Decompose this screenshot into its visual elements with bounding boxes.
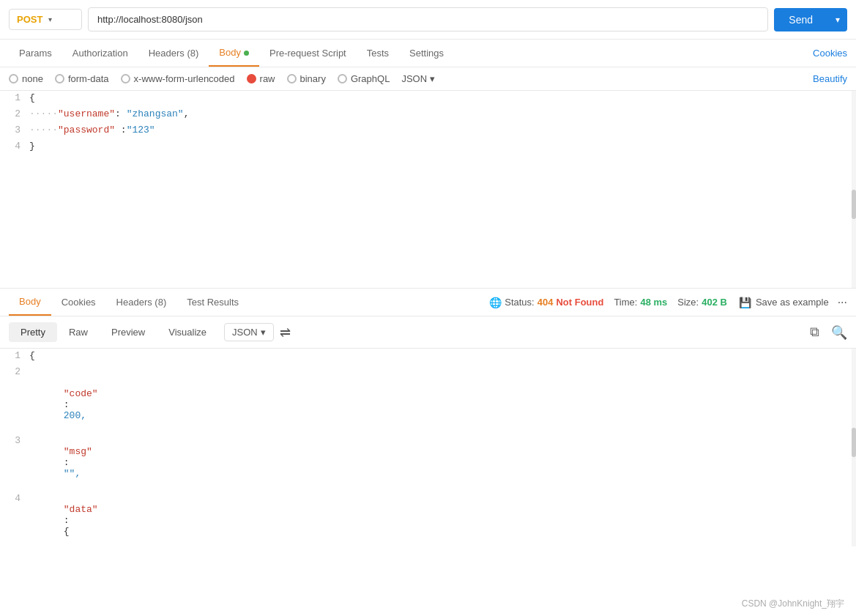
- tab-tests[interactable]: Tests: [357, 40, 399, 66]
- url-input[interactable]: [88, 7, 768, 31]
- tab-pre-request[interactable]: Pre-request Script: [259, 40, 357, 66]
- search-icon[interactable]: 🔍: [831, 324, 847, 341]
- key: "username": [58, 108, 115, 119]
- line-number: 1: [0, 349, 29, 361]
- status-text: Not Found: [556, 297, 603, 308]
- resp-tab-test-results[interactable]: Test Results: [176, 289, 249, 315]
- globe-icon: 🌐: [489, 297, 502, 308]
- response-status-bar: 🌐 Status: 404 Not Found Time: 48 ms Size…: [489, 296, 847, 309]
- status-label: Status:: [505, 297, 534, 308]
- view-tab-preview[interactable]: Preview: [100, 322, 157, 342]
- radio-none-label: none: [22, 73, 43, 84]
- tab-authorization[interactable]: Authorization: [62, 40, 138, 66]
- tab-body[interactable]: Body: [209, 40, 259, 67]
- radio-binary[interactable]: binary: [287, 73, 326, 84]
- body-type-bar: none form-data x-www-form-urlencoded raw…: [0, 67, 856, 91]
- save-icon: 💾: [739, 297, 751, 308]
- resp-tab-cookies[interactable]: Cookies: [51, 289, 106, 315]
- value: "zhangsan": [127, 108, 184, 119]
- line-content-4: }: [29, 139, 856, 153]
- key: "password": [58, 125, 115, 136]
- colon: :: [115, 108, 127, 119]
- size-value: 402 B: [701, 297, 727, 308]
- resp-tab-body[interactable]: Body: [9, 289, 51, 316]
- resp-brace: {: [64, 526, 70, 537]
- json-format-label: JSON: [401, 73, 427, 84]
- copy-icon[interactable]: ⧉: [810, 324, 819, 340]
- chevron-down-icon[interactable]: ▾: [828, 15, 847, 25]
- footer-text: CSDN @JohnKnight_翔宇: [742, 598, 844, 609]
- status-code: 404: [537, 297, 554, 308]
- line-content-2: ·····"username": "zhangsan",: [29, 107, 856, 121]
- line-content: "msg" : "",: [29, 434, 856, 491]
- resp-line-1: 1 {: [0, 349, 856, 365]
- code-line-4: 4 }: [0, 139, 856, 155]
- tab-params[interactable]: Params: [9, 40, 62, 66]
- response-view-bar: Pretty Raw Preview Visualize JSON ▾ ⇌ ⧉ …: [0, 316, 856, 349]
- resp-json-label: JSON: [232, 327, 258, 338]
- radio-circle-binary: [287, 74, 297, 84]
- radio-form-data[interactable]: form-data: [55, 73, 109, 84]
- view-tab-pretty[interactable]: Pretty: [9, 322, 57, 342]
- radio-graphql-label: GraphQL: [351, 73, 390, 84]
- json-format-select[interactable]: JSON ▾: [401, 73, 435, 84]
- resp-key: "msg": [64, 446, 92, 457]
- resp-key: "data": [64, 504, 98, 515]
- radio-circle-graphql: [338, 74, 347, 84]
- wrap-icon[interactable]: ⇌: [280, 324, 291, 341]
- radio-graphql[interactable]: GraphQL: [338, 73, 390, 84]
- request-tab-bar: Params Authorization Headers (8) Body Pr…: [0, 40, 856, 67]
- method-dropdown[interactable]: POST ▾: [9, 9, 82, 30]
- line-number: 4: [0, 491, 29, 504]
- method-label: POST: [17, 14, 42, 25]
- radio-circle-none: [9, 74, 18, 84]
- colon: :: [115, 125, 127, 136]
- footer: CSDN @JohnKnight_翔宇: [730, 592, 856, 616]
- save-example-label: Save as example: [756, 297, 829, 308]
- resp-value: 200,: [64, 410, 86, 421]
- tab-headers[interactable]: Headers (8): [138, 40, 209, 66]
- resp-tab-headers[interactable]: Headers (8): [106, 289, 177, 315]
- resp-line-3: 3 "msg" : "",: [0, 434, 856, 491]
- value: "123": [127, 125, 155, 136]
- radio-raw[interactable]: raw: [247, 73, 275, 84]
- editor-scrollbar[interactable]: [852, 91, 856, 288]
- send-button[interactable]: Send ▾: [774, 8, 847, 31]
- radio-none[interactable]: none: [9, 73, 43, 84]
- resp-scrollbar[interactable]: [852, 349, 856, 546]
- more-options-button[interactable]: ···: [838, 296, 847, 309]
- beautify-button[interactable]: Beautify: [813, 73, 847, 84]
- chevron-down-icon: ▾: [48, 15, 52, 23]
- radio-binary-label: binary: [300, 73, 326, 84]
- dots: ·····: [29, 108, 58, 119]
- time-value: 48 ms: [640, 297, 667, 308]
- response-code-area[interactable]: 1 { 2 "code" : 200, 3 "msg" : "", 4 "dat…: [0, 349, 856, 546]
- line-content-1: {: [29, 91, 856, 105]
- radio-urlencoded-label: x-www-form-urlencoded: [134, 73, 235, 84]
- radio-raw-label: raw: [260, 73, 275, 84]
- save-example-button[interactable]: 💾 Save as example: [739, 297, 829, 308]
- request-code-editor[interactable]: 1 { 2 ·····"username": "zhangsan", 3 ···…: [0, 91, 856, 289]
- cookies-link[interactable]: Cookies: [813, 40, 847, 66]
- resp-line-2: 2 "code" : 200,: [0, 365, 856, 434]
- line-number-4: 4: [0, 139, 29, 152]
- tab-settings[interactable]: Settings: [399, 40, 454, 66]
- resp-format-select[interactable]: JSON ▾: [224, 323, 274, 341]
- size-label: Size:: [677, 297, 699, 308]
- code-line-3: 3 ·····"password" :"123": [0, 123, 856, 139]
- view-tab-raw[interactable]: Raw: [57, 322, 100, 342]
- send-label: Send: [774, 14, 827, 26]
- line-number-2: 2: [0, 107, 29, 119]
- dots: ·····: [29, 125, 58, 136]
- line-content: "data" : {: [29, 491, 856, 546]
- resp-line-4: 4 "data" : {: [0, 491, 856, 546]
- scrollbar-thumb: [852, 428, 856, 457]
- line-content: "code" : 200,: [29, 365, 856, 434]
- line-number: 3: [0, 434, 29, 446]
- view-tab-visualize[interactable]: Visualize: [157, 322, 218, 342]
- line-number-3: 3: [0, 123, 29, 136]
- radio-urlencoded[interactable]: x-www-form-urlencoded: [121, 73, 235, 84]
- radio-circle-form-data: [55, 74, 64, 84]
- tab-body-label: Body: [219, 47, 241, 58]
- line-number-1: 1: [0, 91, 29, 103]
